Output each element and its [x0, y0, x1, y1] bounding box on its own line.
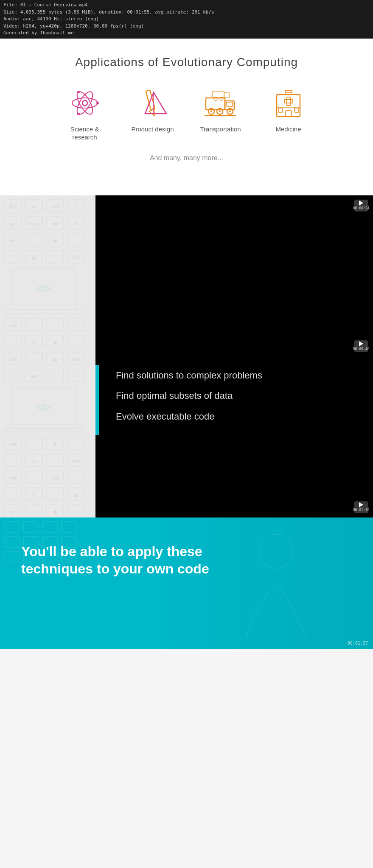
- icon-medicine: Medicine: [263, 86, 314, 134]
- svg-text:CSS: CSS: [9, 442, 16, 446]
- svg-rect-32: [286, 111, 292, 117]
- svg-text:JPG: JPG: [8, 204, 17, 209]
- icon-science: Science &research: [59, 86, 110, 142]
- svg-rect-129: [4, 537, 19, 547]
- svg-text:EXE: EXE: [52, 222, 59, 226]
- icon-transportation: Transportation: [195, 86, 246, 134]
- svg-rect-52: [25, 234, 42, 246]
- svg-point-6: [77, 113, 80, 115]
- svg-rect-101: [4, 454, 21, 467]
- svg-text:CSS: CSS: [51, 205, 59, 209]
- svg-rect-116: [47, 488, 64, 501]
- svg-rect-23: [224, 93, 229, 98]
- svg-text:</>: </>: [36, 283, 51, 294]
- svg-marker-9: [145, 92, 166, 114]
- svg-text:EXE: EXE: [52, 476, 59, 480]
- play-icon-bottom: [359, 502, 363, 507]
- svg-rect-112: [68, 471, 85, 484]
- svg-rect-100: [68, 437, 85, 450]
- svg-rect-55: [68, 234, 85, 246]
- svg-rect-109: [25, 471, 42, 484]
- timestamp-bottom: 00:01:10: [353, 508, 370, 512]
- medicine-label: Medicine: [275, 125, 301, 134]
- svg-rect-94: [4, 428, 83, 432]
- svg-point-0: [82, 100, 87, 106]
- file-info-bar: File: 01 - Course Overview.mp4 Size: 4,0…: [0, 0, 373, 39]
- teal-section: You'll be able to apply these techniques…: [0, 517, 373, 649]
- bullet-1: Find solutions to complex problems: [116, 369, 262, 382]
- svg-text:JPG: JPG: [9, 476, 16, 480]
- svg-rect-85: [4, 369, 21, 382]
- svg-rect-28: [287, 97, 290, 106]
- page-timestamp: 00:01:37: [348, 641, 368, 645]
- svg-text:🐞: 🐞: [53, 340, 57, 345]
- file-info-line4: Video: h264, yuv420p, 1280x720, 30.00 fp…: [3, 23, 370, 30]
- svg-point-20: [229, 111, 231, 112]
- file-info-line5: Generated by Thumbnail me: [3, 30, 370, 37]
- svg-rect-68: [25, 318, 42, 331]
- svg-line-11: [160, 103, 166, 114]
- background-pattern: JPG </> CSS 🔧 [][] HTML EXE 🔨 </>: [0, 195, 95, 517]
- svg-text:🔧: 🔧: [32, 493, 36, 497]
- video-area-bottom: 00:01:10: [95, 452, 373, 517]
- svg-rect-104: [47, 454, 64, 467]
- svg-text:</>: </>: [31, 459, 36, 463]
- svg-text:HTML: HTML: [29, 222, 39, 226]
- svg-point-16: [210, 111, 212, 112]
- icon-product-design: Product design: [127, 86, 178, 134]
- file-info-line3: Audio: aac, 44100 Hz, stereo (eng): [3, 16, 370, 23]
- svg-rect-29: [284, 100, 293, 103]
- science-label: Science &research: [70, 125, 99, 142]
- file-info-line1: File: 01 - Course Overview.mp4: [3, 2, 370, 9]
- svg-rect-113: [4, 488, 21, 501]
- svg-text:JPG: JPG: [9, 358, 16, 362]
- svg-point-1: [72, 98, 98, 108]
- transportation-label: Transportation: [200, 125, 241, 134]
- bullet-3: Evolve executable code: [116, 410, 262, 423]
- thumbnail-button-mid[interactable]: 00:00:46: [354, 340, 368, 352]
- svg-text:HTML: HTML: [72, 358, 81, 362]
- thumbnail-button-bottom[interactable]: 00:01:10: [354, 501, 368, 513]
- science-icon: [68, 86, 102, 120]
- svg-text:EXE: EXE: [73, 256, 80, 260]
- svg-rect-30: [278, 108, 283, 112]
- and-more-text: And many, many more...: [8, 154, 365, 162]
- timestamp-mid: 00:00:46: [353, 347, 370, 351]
- video-text-content: Find solutions to complex problems Find …: [99, 365, 279, 435]
- svg-rect-31: [294, 108, 299, 112]
- thumbnail-button-top[interactable]: 00:00:24: [354, 200, 368, 211]
- timestamp-top: 00:00:24: [353, 206, 370, 210]
- bullet-2: Find optimal subsets of data: [116, 389, 262, 403]
- svg-text:</>: </>: [31, 205, 36, 209]
- slide-applications: Applications of Evolutionary Computing: [0, 39, 373, 195]
- svg-rect-22: [212, 91, 224, 98]
- svg-rect-56: [4, 250, 21, 263]
- play-icon-mid: [359, 341, 363, 346]
- svg-rect-65: [4, 310, 83, 313]
- video-bullets-section: Find solutions to complex problems Find …: [95, 352, 373, 452]
- svg-text:</>: </>: [31, 341, 36, 345]
- svg-marker-8: [149, 108, 157, 117]
- blue-accent-bar: [95, 365, 99, 435]
- svg-text:</>: </>: [10, 510, 15, 514]
- svg-text:</>: </>: [10, 239, 15, 243]
- product-design-label: Product design: [131, 125, 174, 134]
- video-main: 00:00:24 00:00:46 Find solutions to comp…: [95, 195, 373, 517]
- svg-rect-97: [25, 437, 42, 450]
- svg-text:[][]: [][]: [32, 256, 36, 260]
- svg-rect-14: [227, 102, 233, 106]
- video-area-top: [95, 195, 373, 352]
- slide-title: Applications of Evolutionary Computing: [8, 56, 365, 69]
- icons-row: Science &research Product design: [8, 86, 365, 142]
- svg-point-137: [259, 534, 293, 568]
- svg-rect-121: [25, 505, 42, 517]
- svg-rect-72: [4, 335, 21, 348]
- svg-text:🐞: 🐞: [53, 239, 57, 243]
- svg-rect-80: [25, 352, 42, 365]
- svg-text:🐞: 🐞: [53, 442, 57, 446]
- svg-rect-126: [23, 522, 38, 532]
- svg-rect-133: [4, 551, 19, 562]
- play-icon-top: [359, 200, 363, 206]
- svg-text:CSS: CSS: [9, 324, 16, 328]
- svg-rect-77: [68, 335, 85, 348]
